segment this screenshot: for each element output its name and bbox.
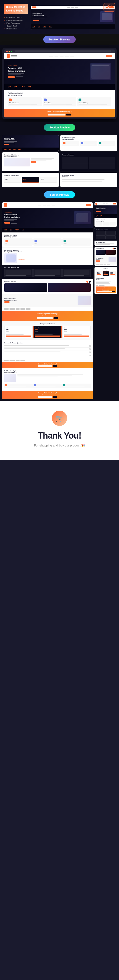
- side-panel-2: Small categories agencies We Give What w…: [94, 228, 117, 246]
- screen-preview-btn: Screen Preview: [44, 191, 75, 198]
- version-badge: 16+ 1.5 ×: [103, 3, 115, 12]
- product-badge: Digital Marketing Landing Pages: [4, 4, 28, 14]
- side-panel-3: Features Projects Let's Boost YourBusine…: [94, 247, 117, 266]
- desktop-preview-section: — Digital Agency Business WithDigital Ma…: [0, 45, 119, 122]
- section-preview-hero: Business WithDigital Marketing 3.5k 12+ …: [2, 135, 59, 151]
- feature-3: Free Resources: [6, 22, 20, 24]
- desktop-screen-content: — Digital Agency Business WithDigital Ma…: [4, 53, 115, 118]
- section-preview-solution: Exceptional Solutionsfor Digital Busines…: [2, 152, 59, 171]
- section-preview-faq: Frequently AskedQuestion: [60, 173, 117, 187]
- section-preview-label-wrap: Section Preview: [0, 122, 119, 133]
- header-site-mockup: Business WithDigital Marketing 3.5kClien…: [31, 6, 115, 29]
- version-sub: 1.5 ×: [106, 8, 113, 11]
- feature-4: Google Font: [6, 25, 17, 27]
- desktop-frame: — Digital Agency Business WithDigital Ma…: [2, 48, 117, 119]
- thankyou-icon: 🛒: [52, 410, 67, 426]
- header-preview-mockup: 16+ 1.5 × Business WithDigital Marketing: [31, 4, 115, 29]
- header-section: Digital Marketing Landing Pages ✓ Organi…: [0, 0, 119, 34]
- thankyou-subtext: For shopping and buy our product 🎉: [5, 443, 114, 448]
- section-preview-btn: Section Preview: [44, 124, 75, 131]
- feature-2: Easy Customizable: [6, 19, 23, 21]
- thankyou-section: 🛒 Thank You! For shopping and buy our pr…: [0, 401, 119, 460]
- section-preview-pricing: Find your perfect plan $11 /mo $30 /mo $…: [2, 173, 59, 187]
- screen-preview-label-wrap: Screen Preview: [0, 189, 119, 200]
- feature-1: Organised Layers: [6, 16, 22, 18]
- section-preview-services: Full Service DigitalMarketing Agency: [60, 135, 117, 151]
- screen-preview-section: — Digital Agency Business WithDigital Ma…: [0, 200, 119, 401]
- side-panel-1: Digital Marketing 1.69+Projects 22+Award…: [94, 202, 117, 227]
- section-preview-grid-wrap: Business WithDigital Marketing 3.5k 12+ …: [0, 133, 119, 189]
- section-preview-projects: Features Projects: [60, 152, 117, 171]
- thankyou-heading: Thank You!: [5, 431, 114, 441]
- badge-product: Digital Marketing Landing Pages ✓ Organi…: [4, 4, 28, 30]
- side-panel-4: Find yourperfect plan $11 $30 $80 Freque…: [94, 267, 117, 294]
- desktop-preview-divider: Desktop Preview: [0, 34, 119, 45]
- screen-main: — Digital Agency Business WithDigital Ma…: [2, 202, 93, 399]
- desktop-preview-btn: Desktop Preview: [43, 36, 76, 43]
- feature-list: ✓ Organised Layers ✓ Easy Customizable ✓…: [4, 16, 28, 30]
- screen-side-panels: Digital Marketing 1.69+Projects 22+Award…: [94, 202, 117, 399]
- feature-5: Pixel Perfect: [6, 28, 17, 30]
- version-number: 16+: [106, 4, 113, 8]
